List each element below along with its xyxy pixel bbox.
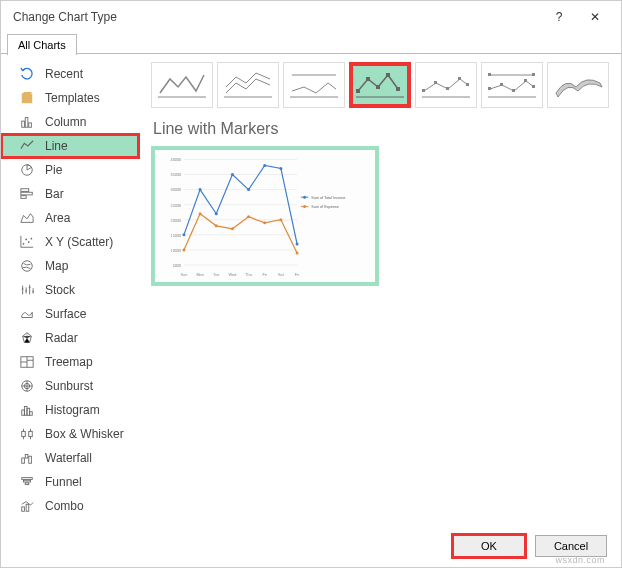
recent-icon [19, 66, 35, 82]
sidebar-item-map[interactable]: Map [1, 254, 139, 278]
pie-icon [19, 162, 35, 178]
sidebar-item-label: Pie [45, 163, 62, 177]
sidebar-item-scatter[interactable]: X Y (Scatter) [1, 230, 139, 254]
sidebar-item-surface[interactable]: Surface [1, 302, 139, 326]
svg-point-90 [215, 224, 218, 227]
subtype-100-stacked-line[interactable] [283, 62, 345, 108]
subtype-100-stacked-line-markers[interactable] [481, 62, 543, 108]
sidebar-item-label: Column [45, 115, 86, 129]
svg-text:15000: 15000 [171, 234, 181, 238]
svg-point-82 [263, 164, 266, 167]
svg-rect-42 [458, 77, 461, 80]
svg-rect-33 [356, 89, 360, 93]
svg-rect-24 [29, 456, 32, 463]
sidebar-item-label: Area [45, 211, 70, 225]
sidebar-item-combo[interactable]: Combo [1, 494, 139, 518]
sidebar-item-label: Map [45, 259, 68, 273]
svg-rect-1 [25, 118, 28, 128]
svg-rect-37 [396, 87, 400, 91]
sidebar-item-label: Bar [45, 187, 64, 201]
histogram-icon [19, 402, 35, 418]
svg-point-84 [296, 242, 299, 245]
sidebar-item-label: Sunburst [45, 379, 93, 393]
svg-text:Thu: Thu [245, 273, 252, 277]
svg-rect-29 [26, 504, 29, 511]
svg-point-8 [25, 239, 27, 241]
svg-text:40000: 40000 [171, 158, 181, 162]
svg-text:Fri: Fri [263, 273, 268, 277]
svg-point-94 [279, 218, 282, 221]
svg-point-95 [296, 251, 299, 254]
sidebar-item-bar[interactable]: Bar [1, 182, 139, 206]
close-button[interactable]: ✕ [577, 3, 613, 31]
subtype-stacked-line-markers[interactable] [415, 62, 477, 108]
tab-all-charts[interactable]: All Charts [7, 34, 77, 55]
subtype-line[interactable] [151, 62, 213, 108]
svg-text:Sum of Total Income: Sum of Total Income [311, 196, 345, 200]
svg-point-88 [182, 248, 185, 251]
combo-icon [19, 498, 35, 514]
svg-rect-26 [24, 480, 31, 482]
surface-icon [19, 306, 35, 322]
subtype-line-markers[interactable] [349, 62, 411, 108]
sidebar-item-area[interactable]: Area [1, 206, 139, 230]
sidebar-item-stock[interactable]: Stock [1, 278, 139, 302]
svg-rect-41 [446, 87, 449, 90]
sidebar-item-waterfall[interactable]: Waterfall [1, 446, 139, 470]
map-icon [19, 258, 35, 274]
waterfall-icon [19, 450, 35, 466]
svg-rect-45 [488, 87, 491, 90]
svg-point-93 [263, 221, 266, 224]
svg-rect-49 [532, 85, 535, 88]
chart-preview[interactable]: 500010000150002000025000300003500040000S… [151, 146, 379, 286]
sidebar-item-sunburst[interactable]: Sunburst [1, 374, 139, 398]
svg-point-80 [231, 173, 234, 176]
window-title: Change Chart Type [13, 10, 541, 24]
sidebar-item-line[interactable]: Line [1, 134, 139, 158]
scatter-icon [19, 234, 35, 250]
svg-rect-0 [22, 121, 25, 127]
sidebar-item-label: Histogram [45, 403, 100, 417]
subtype-3d-line[interactable] [547, 62, 609, 108]
sidebar-item-label: Waterfall [45, 451, 92, 465]
sidebar-item-templates[interactable]: Templates [1, 86, 139, 110]
chart-subtype-title: Line with Markers [153, 120, 609, 138]
cancel-button[interactable]: Cancel [535, 535, 607, 557]
sidebar-item-label: Templates [45, 91, 100, 105]
svg-text:5000: 5000 [173, 264, 181, 268]
help-button[interactable]: ? [541, 3, 577, 31]
svg-rect-21 [29, 431, 33, 436]
svg-text:Mon: Mon [196, 273, 203, 277]
boxwhisker-icon [19, 426, 35, 442]
sunburst-icon [19, 378, 35, 394]
svg-rect-39 [422, 89, 425, 92]
sidebar-item-radar[interactable]: Radar [1, 326, 139, 350]
svg-rect-47 [512, 89, 515, 92]
svg-point-91 [231, 227, 234, 230]
svg-rect-35 [376, 85, 380, 89]
svg-rect-19 [30, 412, 33, 416]
svg-rect-40 [434, 81, 437, 84]
svg-rect-23 [25, 455, 28, 459]
svg-text:30000: 30000 [171, 188, 181, 192]
sidebar-item-column[interactable]: Column [1, 110, 139, 134]
sidebar-item-label: Treemap [45, 355, 93, 369]
svg-rect-50 [488, 73, 491, 76]
sidebar-item-funnel[interactable]: Funnel [1, 470, 139, 494]
sidebar-item-pie[interactable]: Pie [1, 158, 139, 182]
templates-icon [19, 90, 35, 106]
stock-icon [19, 282, 35, 298]
sidebar-item-label: X Y (Scatter) [45, 235, 113, 249]
sidebar-item-recent[interactable]: Recent [1, 62, 139, 86]
svg-rect-43 [466, 83, 469, 86]
sidebar-item-boxwhisker[interactable]: Box & Whisker [1, 422, 139, 446]
column-icon [19, 114, 35, 130]
ok-button[interactable]: OK [453, 535, 525, 557]
sidebar-item-treemap[interactable]: Treemap [1, 350, 139, 374]
chart-type-list: Recent Templates Column Line Pie Bar Are… [1, 54, 139, 524]
sidebar-item-label: Box & Whisker [45, 427, 124, 441]
svg-rect-20 [22, 431, 26, 436]
sidebar-item-histogram[interactable]: Histogram [1, 398, 139, 422]
subtype-stacked-line[interactable] [217, 62, 279, 108]
treemap-icon [19, 354, 35, 370]
